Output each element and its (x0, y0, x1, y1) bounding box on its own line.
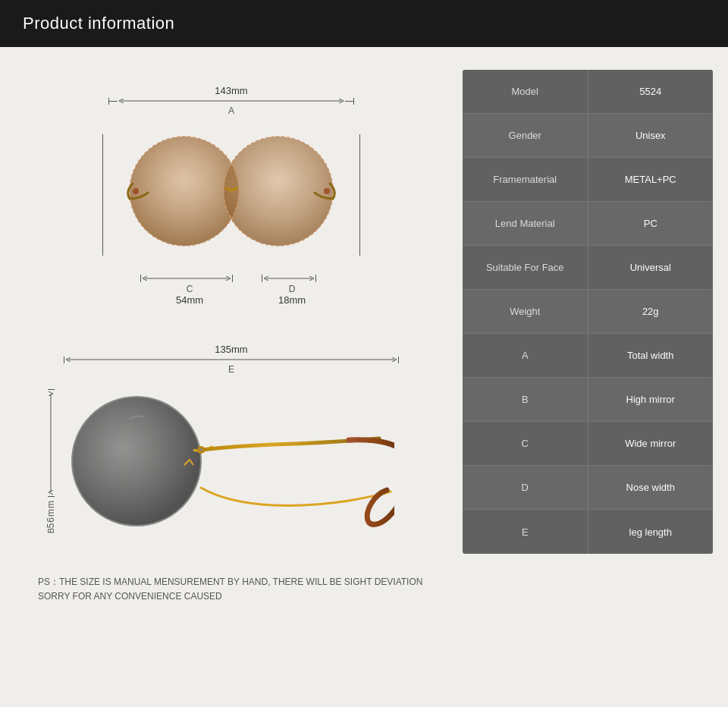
value-b: High mirror (588, 378, 714, 421)
value-framematerial: METAL+PC (588, 158, 714, 201)
label-b: B (463, 378, 588, 421)
table-row-lendmaterial: Lend Material PC (463, 202, 713, 246)
diagram-section: 143mm (15, 70, 447, 604)
svg-point-7 (133, 188, 139, 194)
c-value-label: 54mm (176, 294, 203, 306)
value-a: Total width (588, 334, 714, 377)
value-e: leg length (588, 510, 714, 554)
label-a: A (463, 334, 588, 377)
page-title: Product information (23, 14, 174, 33)
label-suitableforface: Suitable For Face (463, 246, 588, 289)
ps-text-content: PS：THE SIZE IS MANUAL MENSUREMENT BY HAN… (38, 577, 422, 602)
table-row-a: A Total width (463, 334, 713, 378)
label-e: E (463, 510, 588, 554)
table-row-c: C Wide mirror (463, 422, 713, 466)
table-row-b: B High mirror (463, 378, 713, 422)
label-lendmaterial: Lend Material (463, 202, 588, 245)
glasses-front-container (106, 119, 356, 271)
table-row-framematerial: Framematerial METAL+PC (463, 158, 713, 202)
value-lendmaterial: PC (588, 202, 714, 245)
label-c: C (463, 422, 588, 465)
arrow-a-svg (118, 96, 345, 105)
label-framematerial: Framematerial (463, 158, 588, 201)
value-suitableforface: Universal (588, 246, 714, 289)
value-gender: Unisex (588, 114, 714, 157)
top-diagram: 143mm (15, 70, 447, 328)
measurement-e-sublabel: E (228, 364, 234, 375)
d-value-label: 18mm (278, 294, 306, 306)
svg-point-16 (199, 448, 202, 451)
label-weight: Weight (463, 290, 588, 333)
label-d: D (463, 466, 588, 509)
measurement-e-label: 135mm (215, 344, 247, 355)
label-gender: Gender (463, 114, 588, 157)
glasses-side-svg (61, 378, 394, 545)
glasses-front-svg (118, 130, 345, 259)
b-sublabel: B (46, 528, 55, 533)
value-d: Nose width (588, 466, 714, 509)
table-row-weight: Weight 22g (463, 290, 713, 334)
arrow-c-svg (141, 274, 232, 283)
page-header: Product information (0, 0, 728, 47)
measurement-a-label: 143mm (215, 85, 247, 96)
table-row-suitableforface: Suitable For Face Universal (463, 246, 713, 290)
table-row-model: Model 5524 (463, 70, 713, 114)
d-sublabel: D (289, 284, 296, 294)
table-row-gender: Gender Unisex (463, 114, 713, 158)
value-weight: 22g (588, 290, 714, 333)
measurement-a-sublabel: A (228, 105, 234, 116)
ps-note: PS：THE SIZE IS MANUAL MENSUREMENT BY HAN… (15, 575, 447, 604)
side-diagram: 135mm (15, 336, 447, 560)
value-model: 5524 (588, 70, 714, 113)
arrow-b-svg (46, 390, 55, 496)
b-size-label: 56mm (46, 500, 56, 528)
c-sublabel: C (187, 284, 193, 294)
main-content: 143mm (0, 47, 728, 627)
label-model: Model (463, 70, 588, 113)
arrow-d-svg (262, 274, 315, 283)
table-row-d: D Nose width (463, 466, 713, 510)
value-c: Wide mirror (588, 422, 714, 465)
table-row-e: E leg length (463, 510, 713, 554)
arrow-e-svg (64, 355, 398, 364)
product-info-table: Model 5524 Gender Unisex Framematerial M… (463, 70, 713, 554)
svg-point-8 (324, 188, 330, 194)
